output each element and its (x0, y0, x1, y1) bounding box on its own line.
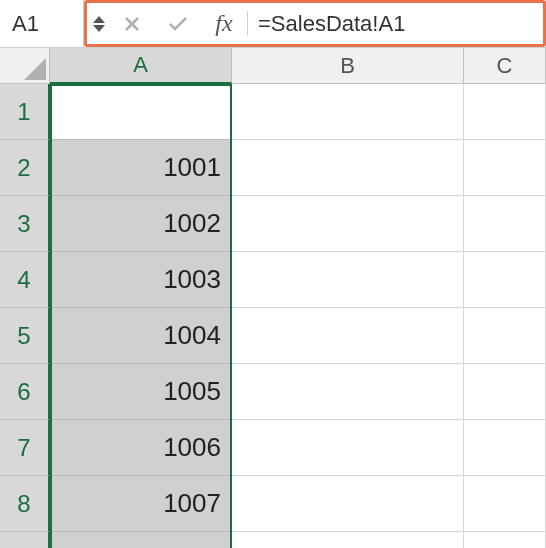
cancel-button[interactable] (109, 3, 155, 44)
grid-row: 6 1005 (0, 364, 546, 420)
column-header-a[interactable]: A (50, 48, 232, 84)
cell-a4[interactable]: 1003 (50, 252, 232, 308)
formula-bar: A1 fx (0, 0, 546, 48)
grid-row: 9 1008 (0, 532, 546, 548)
cell-b7[interactable] (232, 420, 464, 476)
cell-b6[interactable] (232, 364, 464, 420)
grid-row: 3 1002 (0, 196, 546, 252)
accept-button[interactable] (155, 3, 201, 44)
close-icon (123, 15, 141, 33)
cell-a6[interactable]: 1005 (50, 364, 232, 420)
grid-row: 4 1003 (0, 252, 546, 308)
cell-a1[interactable]: Order ID (50, 84, 232, 140)
name-box[interactable]: A1 (0, 0, 84, 47)
spreadsheet-grid: A B C 1 Order ID 2 1001 3 1002 4 1003 (0, 48, 546, 548)
grid-row: 2 1001 (0, 140, 546, 196)
select-all-button[interactable] (0, 48, 50, 84)
cell-c1[interactable] (464, 84, 546, 140)
cell-c5[interactable] (464, 308, 546, 364)
cell-b3[interactable] (232, 196, 464, 252)
cell-b5[interactable] (232, 308, 464, 364)
grid-row: 7 1006 (0, 420, 546, 476)
row-header-7[interactable]: 7 (0, 420, 50, 476)
formula-input[interactable] (248, 3, 543, 44)
cell-a8[interactable]: 1007 (50, 476, 232, 532)
column-headers: A B C (0, 48, 546, 84)
row-header-2[interactable]: 2 (0, 140, 50, 196)
cell-c7[interactable] (464, 420, 546, 476)
check-icon (167, 15, 189, 33)
cell-b2[interactable] (232, 140, 464, 196)
row-header-9[interactable]: 9 (0, 532, 50, 548)
cell-c3[interactable] (464, 196, 546, 252)
cell-a9[interactable]: 1008 (50, 532, 232, 548)
row-header-4[interactable]: 4 (0, 252, 50, 308)
row-header-8[interactable]: 8 (0, 476, 50, 532)
grid-body: 1 Order ID 2 1001 3 1002 4 1003 5 1004 (0, 84, 546, 548)
cell-a7[interactable]: 1006 (50, 420, 232, 476)
row-header-5[interactable]: 5 (0, 308, 50, 364)
cell-b9[interactable] (232, 532, 464, 548)
cell-c8[interactable] (464, 476, 546, 532)
cell-c9[interactable] (464, 532, 546, 548)
formula-controls-highlight: fx (84, 0, 546, 47)
cell-c4[interactable] (464, 252, 546, 308)
cell-b4[interactable] (232, 252, 464, 308)
chevron-up-icon (93, 16, 105, 23)
cell-b8[interactable] (232, 476, 464, 532)
column-header-c[interactable]: C (464, 48, 546, 84)
cell-c6[interactable] (464, 364, 546, 420)
formula-stepper[interactable] (87, 3, 109, 44)
grid-row: 8 1007 (0, 476, 546, 532)
cell-b1[interactable] (232, 84, 464, 140)
row-header-1[interactable]: 1 (0, 84, 50, 140)
column-header-b[interactable]: B (232, 48, 464, 84)
chevron-down-icon (93, 25, 105, 32)
grid-row: 5 1004 (0, 308, 546, 364)
cell-c2[interactable] (464, 140, 546, 196)
cell-a2[interactable]: 1001 (50, 140, 232, 196)
row-header-3[interactable]: 3 (0, 196, 50, 252)
row-header-6[interactable]: 6 (0, 364, 50, 420)
cell-a5[interactable]: 1004 (50, 308, 232, 364)
cell-a3[interactable]: 1002 (50, 196, 232, 252)
fx-button[interactable]: fx (201, 3, 247, 44)
grid-row: 1 Order ID (0, 84, 546, 140)
